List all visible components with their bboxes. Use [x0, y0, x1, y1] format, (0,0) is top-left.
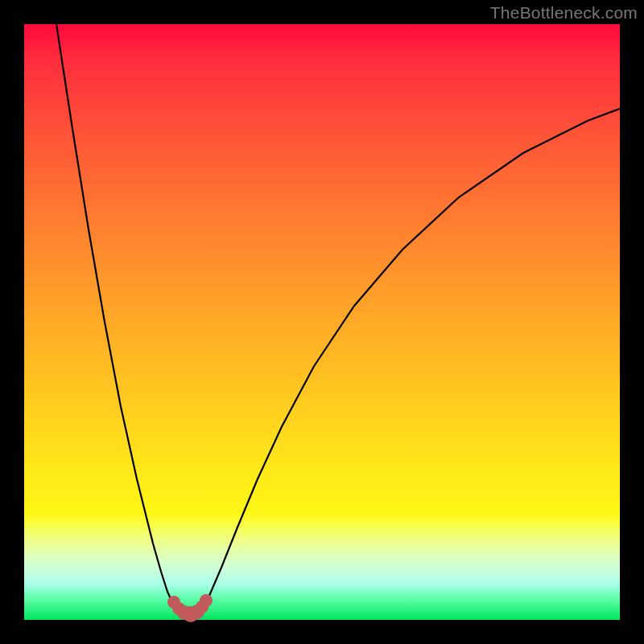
- valley-markers-group: [167, 594, 213, 622]
- chart-svg: [24, 24, 620, 620]
- watermark-text: TheBottleneck.com: [490, 3, 638, 23]
- valley-marker: [200, 594, 213, 607]
- curve-left-branch: [56, 24, 182, 611]
- chart-frame: TheBottleneck.com: [0, 0, 644, 644]
- curve-right-branch: [201, 109, 620, 609]
- chart-plot-area: [24, 24, 620, 620]
